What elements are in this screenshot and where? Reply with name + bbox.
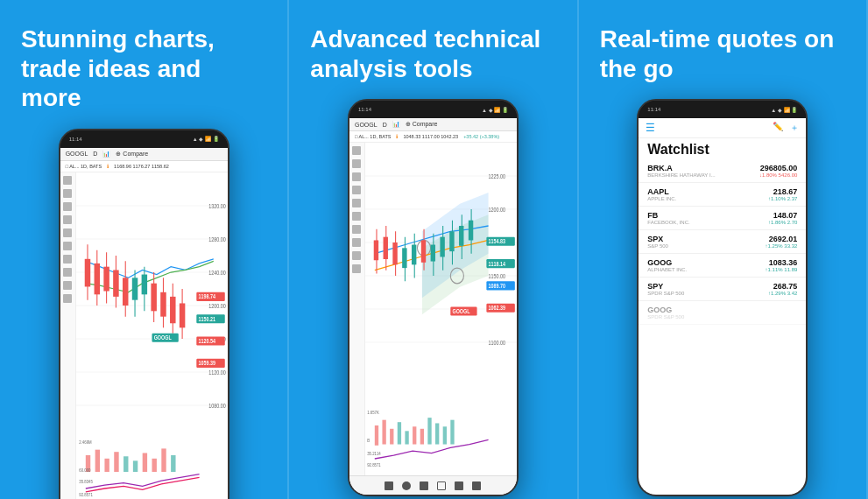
watchlist-screen: ☰ ✏️ ＋ Watchlist BRK.A BERKSHIRE HATHAWA… <box>639 118 806 495</box>
status-time-1: 11:14 <box>69 137 82 142</box>
svg-text:1150.00: 1150.00 <box>489 273 506 278</box>
svg-text:1059.39: 1059.39 <box>198 361 215 366</box>
svg-rect-117 <box>443 426 447 444</box>
wl-row-5[interactable]: SPY SPDR S&P 500 268.75 ↑1.29% 3.42 <box>639 278 806 301</box>
svg-text:GOOGL: GOOGL <box>153 335 171 341</box>
wl-price-3: 2692.01 <box>766 235 798 243</box>
tool-fib[interactable] <box>63 228 72 237</box>
phone-wrapper-1: 11:14 ▲ ◆ 📶 🔋 GOOGL D 📊 ⊕ Compare □ AL..… <box>21 129 266 499</box>
status-time-2: 11:14 <box>358 107 371 112</box>
wl-name-0: BERKSHIRE HATHAWAY I... <box>647 172 759 178</box>
chart-svg-2: 1225.00 1200.00 1175.00 1150.00 1125.00 … <box>365 143 517 475</box>
svg-rect-27 <box>141 274 146 294</box>
tool-line[interactable] <box>63 202 72 211</box>
chart-symbol-2: GOOGL <box>355 122 378 128</box>
tool-magnet[interactable] <box>63 268 72 277</box>
svg-rect-21 <box>113 270 118 296</box>
bt-rect[interactable] <box>437 481 446 490</box>
tool-zoom[interactable] <box>63 255 72 264</box>
wl-row-right-3: 2692.01 ↑1.25% 33.32 <box>766 235 798 249</box>
tool-2-draw[interactable] <box>352 159 361 168</box>
wl-change-4: ↑1.11% 11.89 <box>766 267 798 272</box>
tool-2-lock[interactable] <box>352 264 361 273</box>
bt-lock[interactable] <box>455 481 463 490</box>
bt-settings[interactable] <box>402 481 411 490</box>
svg-rect-87 <box>421 241 426 263</box>
tool-text[interactable] <box>63 215 72 224</box>
chart-screen-1: GOOGL D 📊 ⊕ Compare □ AL... 1D, BATS ℹ 1… <box>60 148 228 499</box>
wl-row-left-bottom: GOOG SPDR S&P 500 <box>647 306 797 320</box>
bt-pencil[interactable] <box>385 481 393 490</box>
wl-action-icons: ✏️ ＋ <box>773 122 799 134</box>
chart-change-2: +35.42 (+3.38%) <box>463 134 499 139</box>
chart-tools-2 <box>349 143 365 475</box>
wl-name-1: APPLE INC. <box>647 196 768 201</box>
tool-crosshair[interactable] <box>63 176 72 185</box>
wl-row-right-1: 218.67 ↑1.10% 2.37 <box>768 187 797 201</box>
phone-3: 11:14 ▲ ◆ 📶 🔋 ☰ ✏️ ＋ Watchlist <box>637 99 808 496</box>
bt-trash[interactable] <box>472 481 481 490</box>
wl-row-0[interactable]: BRK.A BERKSHIRE HATHAWAY I... 296805.00 … <box>639 159 806 183</box>
svg-rect-19 <box>103 266 109 291</box>
chart-info-bar-2: □ AL... 1D, BATS ℹ 1048.33 1117.00 1042.… <box>349 131 517 143</box>
wl-row-right-4: 1083.36 ↑1.11% 11.89 <box>766 258 798 272</box>
wl-row-3[interactable]: SPX S&P 500 2692.01 ↑1.25% 33.32 <box>639 230 806 254</box>
tool-2-line[interactable] <box>352 172 361 181</box>
wl-row-left-5: SPY SPDR S&P 500 <box>647 282 768 296</box>
chart-toolbar-1: GOOGL D 📊 ⊕ Compare <box>60 148 228 161</box>
bottom-toolbar-2 <box>349 475 517 495</box>
svg-rect-95 <box>459 226 463 246</box>
chart-svg-1: 1320.00 1280.00 1240.00 1200.00 1160.00 … <box>76 172 228 499</box>
wl-row-2[interactable]: FB FACEBOOK, INC. 148.07 ↑1.86% 2.70 <box>639 207 806 230</box>
svg-rect-118 <box>450 420 454 445</box>
chart-interval-2: D <box>383 122 387 128</box>
wl-edit-icon[interactable]: ✏️ <box>773 122 783 134</box>
chart-main-2: 1225.00 1200.00 1175.00 1150.00 1125.00 … <box>349 143 517 475</box>
chart-toolbar-2: GOOGL D 📊 ⊕ Compare <box>349 118 517 131</box>
tool-trash[interactable] <box>63 281 72 290</box>
svg-text:35.8345: 35.8345 <box>79 479 93 483</box>
svg-rect-25 <box>131 278 137 299</box>
svg-text:B: B <box>367 439 370 443</box>
tool-2-zoom[interactable] <box>352 225 361 234</box>
bt-layers[interactable] <box>420 481 428 490</box>
wl-row-4[interactable]: GOOG ALPHABET INC. 1083.36 ↑1.11% 11.89 <box>639 254 806 278</box>
svg-rect-29 <box>151 283 156 311</box>
chart-info-icon-2: ℹ <box>396 134 398 139</box>
svg-text:1100.00: 1100.00 <box>489 340 506 345</box>
tool-2-crosshair[interactable] <box>352 146 361 155</box>
wl-add-icon[interactable]: ＋ <box>790 122 799 134</box>
svg-rect-97 <box>469 221 473 241</box>
chart-main-1: 1320.00 1280.00 1240.00 1200.00 1160.00 … <box>60 172 228 499</box>
tool-lock[interactable] <box>63 294 72 303</box>
wl-menu-icon[interactable]: ☰ <box>646 122 655 134</box>
tool-2-measure[interactable] <box>352 212 361 221</box>
phone-1: 11:14 ▲ ◆ 📶 🔋 GOOGL D 📊 ⊕ Compare □ AL..… <box>59 129 229 499</box>
svg-rect-15 <box>84 259 89 287</box>
svg-rect-79 <box>384 237 388 259</box>
tool-2-magnet[interactable] <box>352 238 361 247</box>
wl-symbol-5: SPY <box>647 282 768 291</box>
status-bar-1: 11:14 ▲ ◆ 📶 🔋 <box>60 130 228 148</box>
wl-name-3: S&P 500 <box>647 243 765 249</box>
tool-2-fib[interactable] <box>352 199 361 207</box>
svg-text:1.657K: 1.657K <box>367 411 379 415</box>
wl-row-1[interactable]: AAPL APPLE INC. 218.67 ↑1.10% 2.37 <box>639 183 806 207</box>
tool-2-trash[interactable] <box>352 251 361 260</box>
svg-rect-110 <box>390 429 393 445</box>
svg-rect-35 <box>180 303 185 327</box>
wl-row-left-4: GOOG ALPHABET INC. <box>647 258 765 272</box>
wl-row-left-1: AAPL APPLE INC. <box>647 187 768 201</box>
wl-row-right-2: 148.07 ↑1.86% 2.70 <box>768 211 797 225</box>
wl-change-0: ↓1.80% 5426.00 <box>759 172 797 178</box>
tool-2-text[interactable] <box>352 186 361 194</box>
tool-measure[interactable] <box>63 242 72 250</box>
tool-draw[interactable] <box>63 189 72 198</box>
wl-symbol-3: SPX <box>647 235 765 243</box>
chart-info-icon-1: ℹ <box>107 164 109 169</box>
svg-text:1120.00: 1120.00 <box>208 369 226 375</box>
svg-text:1080.00: 1080.00 <box>208 403 226 408</box>
svg-rect-55 <box>171 455 175 472</box>
svg-rect-109 <box>382 420 385 445</box>
wl-change-1: ↑1.10% 2.37 <box>768 196 797 201</box>
